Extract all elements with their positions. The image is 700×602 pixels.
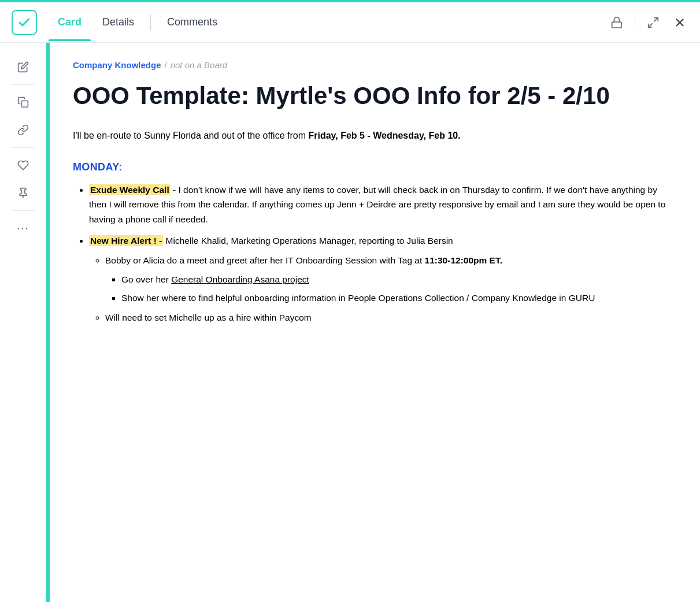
card-content: Company Knowledge / not on a Board OOO T… xyxy=(50,43,700,602)
sub-sub-text1: Go over her xyxy=(121,274,171,284)
sub-sub-item-guru: Show her where to find helpful onboardin… xyxy=(121,291,671,306)
link-button[interactable] xyxy=(10,117,36,143)
sub-item-bold: 11:30-12:00pm ET. xyxy=(425,255,502,265)
duplicate-button[interactable] xyxy=(10,90,36,115)
sub-item-paycom-text: Will need to set Michelle up as a hire w… xyxy=(105,313,312,322)
tab-card[interactable]: Card xyxy=(49,12,91,33)
new-hire-sub-list: Bobby or Alicia do a meet and greet afte… xyxy=(89,253,671,325)
sub-sub-list: Go over her General Onboarding Asana pro… xyxy=(105,272,671,305)
sidebar-divider-1 xyxy=(12,84,35,85)
tab-divider xyxy=(150,14,151,31)
list-item-exude: Exude Weekly Call - I don't know if we w… xyxy=(89,183,671,227)
pin-button[interactable] xyxy=(10,180,36,206)
more-button[interactable]: ··· xyxy=(10,215,36,241)
card-title: OOO Template: Myrtle's OOO Info for 2/5 … xyxy=(73,81,671,110)
breadcrumb-separator: / xyxy=(165,60,167,70)
monday-heading: MONDAY: xyxy=(73,161,671,173)
checkbox[interactable] xyxy=(12,10,37,35)
tab-bar: Card Details Comments xyxy=(49,12,608,33)
close-button[interactable] xyxy=(671,14,688,31)
sub-item-paycom: Will need to set Michelle up as a hire w… xyxy=(105,310,671,325)
sub-sub-item-asana: Go over her General Onboarding Asana pro… xyxy=(121,272,671,287)
tab-comments[interactable]: Comments xyxy=(158,12,227,33)
svg-line-2 xyxy=(649,23,652,27)
new-hire-text: Michelle Khalid, Marketing Operations Ma… xyxy=(163,236,453,246)
lock-button[interactable] xyxy=(608,14,625,31)
exude-highlight: Exude Weekly Call xyxy=(89,184,171,195)
sidebar-divider-3 xyxy=(12,210,35,211)
sub-item-text1: Bobby or Alicia do a meet and greet afte… xyxy=(105,255,425,265)
monday-list: Exude Weekly Call - I don't know if we w… xyxy=(73,183,671,325)
sub-sub-text2: Show her where to find helpful onboardin… xyxy=(121,293,595,303)
asana-link[interactable]: General Onboarding Asana project xyxy=(171,274,309,284)
breadcrumb: Company Knowledge / not on a Board xyxy=(73,60,671,70)
main-layout: ··· Company Knowledge / not on a Board O… xyxy=(0,43,700,602)
edit-button[interactable] xyxy=(10,54,36,80)
sidebar: ··· xyxy=(0,43,46,602)
intro-text-bold: Friday, Feb 5 - Wednesday, Feb 10. xyxy=(308,131,460,140)
exude-text: - I don't know if we will have any items… xyxy=(89,185,665,224)
sidebar-divider-2 xyxy=(12,147,35,148)
svg-rect-5 xyxy=(21,101,28,107)
breadcrumb-sub: not on a Board xyxy=(171,60,227,70)
svg-rect-0 xyxy=(612,22,622,28)
breadcrumb-link[interactable]: Company Knowledge xyxy=(73,60,161,70)
tab-details[interactable]: Details xyxy=(93,12,143,33)
intro-paragraph: I'll be en-route to Sunny Florida and ou… xyxy=(73,128,671,143)
intro-text-part1: I'll be en-route to Sunny Florida and ou… xyxy=(73,131,308,140)
header-actions xyxy=(608,14,688,31)
expand-button[interactable] xyxy=(645,14,662,31)
new-hire-highlight: New Hire Alert ! - xyxy=(89,235,163,246)
list-item-new-hire: New Hire Alert ! - Michelle Khalid, Mark… xyxy=(89,233,671,325)
header: Card Details Comments xyxy=(0,2,700,43)
action-divider xyxy=(635,16,635,29)
sub-item-onboarding: Bobby or Alicia do a meet and greet afte… xyxy=(105,253,671,306)
svg-line-1 xyxy=(654,17,658,21)
favorite-button[interactable] xyxy=(10,153,36,178)
